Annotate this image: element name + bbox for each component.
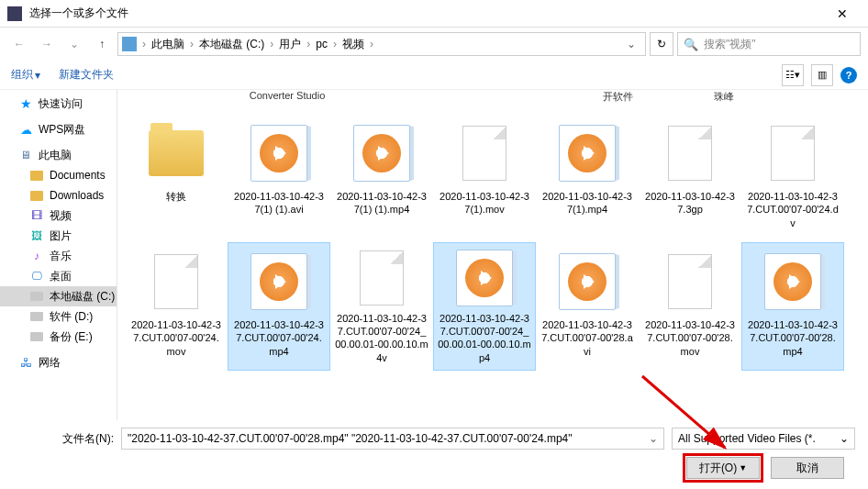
label-fragment: Converter Studio xyxy=(237,90,338,101)
sidebar-drive-e[interactable]: 备份 (E:) xyxy=(0,327,117,347)
file-item[interactable]: 2020-11-03-10-42-37.CUT.00'07-00'24.dv xyxy=(741,114,844,242)
file-item[interactable]: 2020-11-03-10-42-37.CUT.00'07-00'24.mov xyxy=(125,242,228,371)
video-icon: 🎞 xyxy=(29,208,44,223)
toolbar: 组织 ▾ 新建文件夹 ☷ ▾ ▥ ? xyxy=(0,61,868,90)
sidebar-documents[interactable]: Documents xyxy=(0,165,117,185)
title-bar: 选择一个或多个文件 ✕ xyxy=(0,0,868,28)
sidebar-pictures[interactable]: 🖼图片 xyxy=(0,226,117,246)
file-thumbnail xyxy=(451,120,517,186)
breadcrumb-segment[interactable]: pc xyxy=(312,38,331,50)
file-label: 2020-11-03-10-42-37.3gp xyxy=(641,190,739,217)
filetype-filter[interactable]: All Supported Video Files (*. ⌄ xyxy=(672,428,855,450)
file-label: 2020-11-03-10-42-37.CUT.00'07-00'24.dv xyxy=(744,190,841,229)
file-label: 2020-11-03-10-42-37(1) (1).mp4 xyxy=(333,190,430,217)
cancel-button[interactable]: 取消 xyxy=(771,457,844,479)
refresh-button[interactable]: ↻ xyxy=(650,32,673,56)
chevron-right-icon: › xyxy=(190,38,194,50)
breadcrumb-segment[interactable]: 用户 xyxy=(275,37,305,52)
location-icon xyxy=(122,37,137,51)
chevron-down-icon[interactable]: ⌄ xyxy=(649,432,658,445)
file-thumbnail xyxy=(143,120,209,186)
sidebar-drive-d[interactable]: 软件 (D:) xyxy=(0,306,117,327)
recent-dropdown[interactable]: ⌄ xyxy=(62,32,86,56)
file-item[interactable]: 2020-11-03-10-42-37.CUT.00'07-00'28.mp4 xyxy=(741,242,844,371)
chevron-down-icon: ▾ xyxy=(35,69,40,82)
file-item[interactable]: 转换 xyxy=(125,114,228,242)
sidebar-network[interactable]: 🖧网络 xyxy=(0,352,117,372)
file-item[interactable]: 2020-11-03-10-42-37.CUT.00'07-00'24_00.0… xyxy=(433,242,536,371)
folder-icon xyxy=(29,188,44,203)
network-icon: 🖧 xyxy=(18,355,33,370)
sidebar-video[interactable]: 🎞视频 xyxy=(0,206,117,226)
breadcrumb-segment[interactable]: 此电脑 xyxy=(148,37,188,52)
file-item[interactable]: 2020-11-03-10-42-37(1).mp4 xyxy=(536,114,639,242)
sidebar-drive-c[interactable]: 本地磁盘 (C:) xyxy=(0,286,117,306)
up-button[interactable]: ↑ xyxy=(90,32,114,56)
chevron-right-icon: › xyxy=(306,38,310,50)
file-thumbnail xyxy=(554,120,620,186)
file-item[interactable]: 2020-11-03-10-42-37(1) (1).avi xyxy=(228,114,330,242)
picture-icon: 🖼 xyxy=(29,228,44,243)
chevron-right-icon: › xyxy=(333,38,337,50)
chevron-right-icon: › xyxy=(370,38,373,50)
preview-pane-button[interactable]: ▥ xyxy=(811,64,833,86)
file-item[interactable]: 2020-11-03-10-42-37.CUT.00'07-00'28.avi xyxy=(536,242,639,371)
file-label: 2020-11-03-10-42-37.CUT.00'07-00'28.avi xyxy=(539,318,636,358)
file-item[interactable]: 2020-11-03-10-42-37.CUT.00'07-00'24.mp4 xyxy=(228,242,330,371)
drive-icon xyxy=(29,309,44,324)
forward-button[interactable]: → xyxy=(35,32,59,56)
file-item[interactable]: 2020-11-03-10-42-37(1) (1).mp4 xyxy=(330,114,433,242)
file-label: 2020-11-03-10-42-37(1).mp4 xyxy=(539,190,636,217)
file-label: 2020-11-03-10-42-37.CUT.00'07-00'24.mov xyxy=(128,318,225,358)
label-fragment: 珠峰 xyxy=(673,90,774,104)
filter-value: All Supported Video Files (*. xyxy=(678,432,816,445)
file-label: 2020-11-03-10-42-37.CUT.00'07-00'24_00.0… xyxy=(436,312,533,364)
pc-icon: 🖥 xyxy=(18,148,33,162)
help-icon[interactable]: ? xyxy=(840,67,857,83)
breadcrumb[interactable]: › 此电脑 › 本地磁盘 (C:) › 用户 › pc › 视频 › ⌄ xyxy=(117,32,646,56)
search-input[interactable]: 🔍 搜索"视频" xyxy=(677,32,861,56)
sidebar-downloads[interactable]: Downloads xyxy=(0,185,117,206)
drive-icon xyxy=(29,289,44,304)
sidebar-desktop[interactable]: 🖵桌面 xyxy=(0,266,117,286)
file-label: 2020-11-03-10-42-37(1).mov xyxy=(436,190,533,217)
breadcrumb-segment[interactable]: 视频 xyxy=(339,37,368,52)
file-list[interactable]: Converter Studio 开软件 珠峰 转换2020-11-03-10-… xyxy=(117,90,868,420)
window-title: 选择一个或多个文件 xyxy=(29,6,824,21)
file-item[interactable]: 2020-11-03-10-42-37.3gp xyxy=(639,114,741,242)
close-button[interactable]: ✕ xyxy=(824,0,861,28)
view-mode-button[interactable]: ☷ ▾ xyxy=(782,64,804,86)
organize-menu[interactable]: 组织 ▾ xyxy=(11,67,40,83)
open-button[interactable]: 打开(O) ▼ xyxy=(686,457,760,479)
file-thumbnail xyxy=(246,249,312,315)
file-item[interactable]: 2020-11-03-10-42-37.CUT.00'07-00'28.mov xyxy=(639,242,741,371)
sidebar-quick-access[interactable]: ★快速访问 xyxy=(0,94,117,114)
main-area: ★快速访问 ☁WPS网盘 🖥此电脑 Documents Downloads 🎞视… xyxy=(0,90,868,420)
sidebar-wps[interactable]: ☁WPS网盘 xyxy=(0,119,117,139)
filename-input[interactable]: "2020-11-03-10-42-37.CUT.00'07-00'28.mp4… xyxy=(121,428,664,450)
star-icon: ★ xyxy=(18,96,33,111)
bottom-bar: 文件名(N): "2020-11-03-10-42-37.CUT.00'07-0… xyxy=(0,420,868,486)
sidebar-music[interactable]: ♪音乐 xyxy=(0,246,117,266)
breadcrumb-segment[interactable]: 本地磁盘 (C:) xyxy=(195,37,268,52)
sidebar-this-pc[interactable]: 🖥此电脑 xyxy=(0,145,117,165)
app-icon xyxy=(7,6,22,21)
file-label: 2020-11-03-10-42-37.CUT.00'07-00'24.mp4 xyxy=(230,318,328,358)
chevron-right-icon: › xyxy=(270,38,273,50)
music-icon: ♪ xyxy=(29,249,44,263)
chevron-right-icon: › xyxy=(142,38,146,50)
drive-icon xyxy=(29,329,44,344)
file-thumbnail xyxy=(554,249,620,315)
desktop-icon: 🖵 xyxy=(29,269,44,283)
back-button[interactable]: ← xyxy=(7,32,31,56)
label-fragment: 开软件 xyxy=(567,90,668,104)
file-thumbnail xyxy=(143,249,209,315)
breadcrumb-dropdown[interactable]: ⌄ xyxy=(621,38,641,50)
file-item[interactable]: 2020-11-03-10-42-37.CUT.00'07-00'24_00.0… xyxy=(330,242,433,371)
sidebar: ★快速访问 ☁WPS网盘 🖥此电脑 Documents Downloads 🎞视… xyxy=(0,90,117,420)
file-thumbnail xyxy=(349,249,415,308)
filename-label: 文件名(N): xyxy=(13,431,114,447)
new-folder-button[interactable]: 新建文件夹 xyxy=(59,67,114,83)
file-thumbnail xyxy=(657,249,723,315)
file-item[interactable]: 2020-11-03-10-42-37(1).mov xyxy=(433,114,536,242)
